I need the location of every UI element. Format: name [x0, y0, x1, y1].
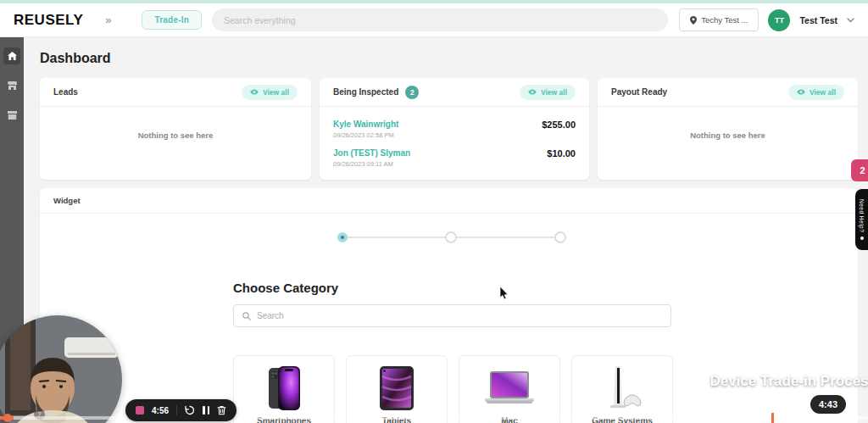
category-card-tablets[interactable]: Tablets	[346, 355, 448, 423]
scrubber-handle[interactable]	[3, 414, 12, 422]
avatar[interactable]: TT	[768, 9, 790, 31]
recording-time: 4:56	[152, 406, 169, 415]
tablets-image	[376, 364, 417, 413]
entry-date: 09/26/2023 09:11 AM	[333, 160, 410, 168]
notification-badge[interactable]: 2	[851, 159, 868, 181]
entry-amount: $255.00	[542, 120, 576, 130]
payout-ready-view-all-button[interactable]: View all	[788, 85, 844, 100]
sidebar-item-inventory[interactable]	[3, 107, 20, 124]
being-inspected-count-badge: 2	[405, 86, 419, 99]
category-card-game-systems[interactable]: Game Systems	[571, 355, 673, 423]
view-all-label: View all	[541, 88, 567, 97]
payout-ready-header: Payout Ready View all	[598, 78, 858, 106]
user-name: Test Test	[799, 15, 837, 25]
app-logo: REUSELY	[14, 12, 83, 29]
divider	[176, 405, 177, 415]
page-title: Dashboard	[40, 51, 111, 66]
step-connector	[348, 237, 445, 238]
being-inspected-card: Being Inspected 2 View all Kyle Wainwrig…	[320, 78, 589, 180]
step-2-indicator	[445, 231, 457, 243]
being-inspected-title: Being Inspected	[333, 87, 398, 97]
status-dot	[860, 237, 864, 240]
store-location-label: Techy Test ...	[701, 15, 748, 25]
trade-in-stepper	[337, 231, 566, 243]
sidebar-item-home[interactable]	[3, 47, 20, 64]
sidebar-collapse-icon[interactable]: »	[105, 14, 111, 26]
box-icon	[8, 111, 17, 120]
leads-empty-text: Nothing to see here	[40, 107, 311, 140]
mouse-cursor	[499, 287, 509, 300]
recorder-toolbar: 4:56	[125, 399, 236, 421]
eye-icon	[250, 89, 259, 95]
leads-title: Leads	[53, 87, 78, 97]
step-3-indicator	[554, 231, 566, 243]
leads-card-header: Leads View all	[40, 78, 311, 106]
eye-icon	[528, 89, 537, 95]
payout-ready-empty-text: Nothing to see here	[598, 107, 858, 140]
category-search-input[interactable]	[257, 311, 662, 320]
game-systems-image	[598, 364, 646, 413]
leads-view-all-button[interactable]: View all	[242, 85, 298, 100]
video-title: Device Trade-in Process	[709, 373, 868, 390]
being-inspected-entries: Kyle Wainwright 09/26/2023 02:58 PM $255…	[320, 107, 589, 171]
category-card-smartphones[interactable]: Smartphones	[233, 355, 335, 423]
need-help-label: Need Help?	[859, 199, 865, 232]
home-icon	[8, 52, 17, 60]
chevron-down-icon[interactable]	[847, 18, 854, 23]
payout-ready-card: Payout Ready View all Nothing to see her…	[598, 78, 858, 180]
inspection-entry: Kyle Wainwright 09/26/2023 02:58 PM $255…	[333, 120, 576, 139]
being-inspected-view-all-button[interactable]: View all	[520, 85, 576, 100]
sidebar-item-store[interactable]	[3, 77, 20, 94]
widget-title: Widget	[40, 188, 858, 214]
need-help-tab[interactable]: Need Help?	[855, 189, 868, 250]
smartphones-image	[264, 364, 304, 413]
store-location-button[interactable]: Techy Test ...	[679, 8, 759, 31]
customer-link[interactable]: Kyle Wainwright	[333, 120, 398, 129]
choose-category-heading: Choose Category	[233, 281, 338, 295]
storefront-icon	[8, 81, 17, 90]
category-search	[233, 304, 671, 327]
view-all-label: View all	[810, 88, 836, 97]
view-all-label: View all	[263, 88, 289, 97]
header: REUSELY » Trade-In Techy Test ... TT Tes…	[0, 3, 868, 37]
scrubber-chapter-marker	[771, 413, 774, 423]
category-grid: Smartphones Tablets	[233, 355, 673, 423]
customer-link[interactable]: Jon (TEST) Slyman	[333, 148, 410, 158]
app-window: REUSELY » Trade-In Techy Test ... TT Tes…	[0, 0, 868, 423]
header-right: Techy Test ... TT Test Test	[679, 8, 854, 31]
trade-in-button[interactable]: Trade-In	[142, 10, 202, 30]
restart-icon[interactable]	[185, 405, 195, 415]
video-timestamp: 4:43	[810, 395, 846, 414]
pause-icon[interactable]	[203, 406, 209, 415]
step-1-indicator	[337, 232, 348, 242]
entry-amount: $10.00	[547, 148, 576, 159]
being-inspected-header: Being Inspected 2 View all	[320, 78, 589, 106]
inspection-entry: Jon (TEST) Slyman 09/26/2023 09:11 AM $1…	[333, 148, 576, 168]
search-icon	[242, 312, 251, 320]
summary-cards: Leads View all Nothing to see here Being…	[40, 78, 858, 180]
category-card-mac[interactable]: Mac	[459, 355, 560, 423]
eye-icon	[797, 89, 805, 95]
payout-ready-title: Payout Ready	[611, 87, 667, 97]
entry-date: 09/26/2023 02:58 PM	[333, 131, 398, 139]
step-connector	[457, 237, 554, 238]
trash-icon[interactable]	[217, 405, 226, 415]
global-search-input[interactable]	[212, 8, 668, 31]
location-pin-icon	[690, 16, 697, 25]
leads-card: Leads View all Nothing to see here	[40, 78, 311, 180]
mac-image	[483, 364, 536, 413]
stop-record-button[interactable]	[136, 406, 144, 415]
